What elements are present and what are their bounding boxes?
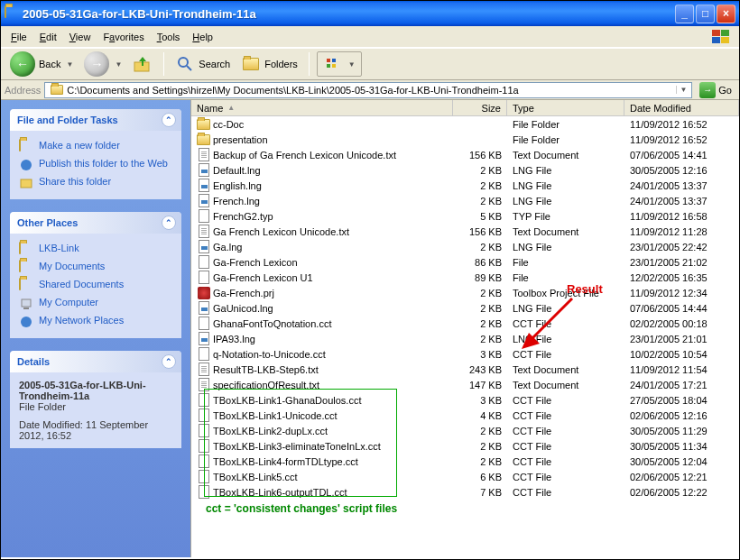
file-type: LNG File — [507, 165, 624, 176]
back-button[interactable]: ← Back ▼ — [6, 50, 77, 78]
file-row[interactable]: TBoxLKB-Link2-dupLx.cct2 KBCCT File30/05… — [191, 423, 739, 438]
file-row[interactable]: presentationFile Folder11/09/2012 16:52 — [191, 132, 739, 147]
task-link[interactable]: Share this folder — [19, 174, 172, 192]
task-label: Publish this folder to the Web — [39, 158, 168, 169]
cct-icon — [197, 409, 210, 422]
column-date[interactable]: Date Modified — [624, 100, 739, 115]
file-row[interactable]: TBoxLKB-Link4-formTDLtype.cct2 KBCCT Fil… — [191, 454, 739, 469]
file-row[interactable]: Ga-French Lexicon86 KBFile23/01/2005 21:… — [191, 254, 739, 270]
file-row[interactable]: Ga-French Lexicon U189 KBFile12/02/2005 … — [191, 270, 739, 285]
chevron-down-icon[interactable]: ▼ — [66, 60, 73, 69]
details-panel: Details ⌃ 2005-05-31Ga-for-LKB-Uni-Trond… — [10, 351, 181, 448]
file-row[interactable]: Ga.lng2 KBLNG File23/01/2005 22:42 — [191, 239, 739, 254]
separator — [163, 52, 164, 76]
chevron-down-icon[interactable]: ▼ — [115, 60, 122, 69]
place-icon — [19, 261, 33, 275]
maximize-button[interactable]: □ — [696, 5, 715, 23]
menu-bar: FileEditViewFavoritesToolsHelp — [1, 26, 739, 48]
menu-help[interactable]: Help — [186, 30, 219, 44]
svg-rect-8 — [332, 59, 336, 62]
panel-title: File and Folder Tasks — [17, 115, 118, 125]
file-date: 02/06/2005 12:21 — [624, 472, 739, 482]
column-name[interactable]: Name▲ — [191, 100, 453, 115]
file-row[interactable]: q-Notation-to-Unicode.cct3 KBCCT File10/… — [191, 346, 739, 362]
place-icon — [19, 315, 33, 329]
svg-point-15 — [21, 317, 32, 327]
place-link[interactable]: My Documents — [19, 259, 172, 277]
menu-view[interactable]: View — [63, 30, 97, 44]
file-row[interactable]: IPA93.lng2 KBLNG File23/01/2005 21:01 — [191, 331, 739, 346]
file-row[interactable]: TBoxLKB-Link1-GhanaDoulos.cct3 KBCCT Fil… — [191, 392, 739, 408]
file-name: Ga-French.prj — [213, 288, 274, 298]
lng-icon — [197, 301, 210, 315]
place-link[interactable]: My Computer — [19, 295, 172, 313]
search-button[interactable]: Search — [171, 52, 234, 76]
file-size: 243 KB — [453, 364, 507, 375]
chevron-up-icon[interactable]: ⌃ — [162, 354, 176, 369]
file-row[interactable]: cc-DocFile Folder11/09/2012 16:52 — [191, 116, 739, 132]
back-label: Back — [39, 59, 60, 69]
address-label: Address — [5, 85, 41, 96]
file-row[interactable]: TBoxLKB-Link3-eliminateToneInLx.cct2 KBC… — [191, 438, 739, 454]
file-row[interactable]: English.lng2 KBLNG File24/01/2005 13:37 — [191, 178, 739, 193]
up-button[interactable] — [129, 52, 156, 76]
minimize-button[interactable]: _ — [675, 5, 694, 23]
menu-favorites[interactable]: Favorites — [97, 30, 150, 44]
file-row[interactable]: FrenchG2.typ5 KBTYP File11/09/2012 16:58 — [191, 208, 739, 224]
file-date: 30/05/2005 11:29 — [624, 426, 739, 436]
column-type[interactable]: Type — [507, 100, 624, 115]
file-row[interactable]: French.lng2 KBLNG File24/01/2005 13:37 — [191, 193, 739, 208]
file-name: GhanaFontToQnotation.cct — [213, 318, 331, 329]
file-type: File Folder — [507, 134, 624, 145]
svg-rect-0 — [712, 30, 720, 36]
file-row[interactable]: Backup of Ga French Lexicon Unicode.txt1… — [191, 147, 739, 162]
file-date: 23/01/2005 21:01 — [624, 334, 739, 344]
file-row[interactable]: TBoxLKB-Link6-outputTDL.cct7 KBCCT File0… — [191, 484, 739, 500]
file-row[interactable]: Default.lng2 KBLNG File30/05/2005 12:16 — [191, 162, 739, 178]
folders-button[interactable]: Folders — [237, 52, 301, 76]
go-button[interactable]: → Go — [696, 82, 735, 98]
close-button[interactable]: × — [717, 5, 735, 23]
menu-tools[interactable]: Tools — [151, 30, 187, 44]
task-link[interactable]: Make a new folder — [19, 138, 172, 156]
menu-file[interactable]: File — [5, 30, 33, 44]
menu-edit[interactable]: Edit — [33, 30, 63, 44]
svg-point-5 — [179, 58, 188, 67]
panel-header[interactable]: Other Places ⌃ — [10, 212, 181, 234]
views-button[interactable]: ▼ — [317, 51, 362, 77]
file-type: LNG File — [507, 242, 624, 252]
file-row[interactable]: GaUnicod.lng2 KBLNG File07/06/2005 14:44 — [191, 300, 739, 316]
place-icon — [19, 297, 33, 311]
svg-rect-13 — [22, 299, 31, 307]
chevron-up-icon[interactable]: ⌃ — [162, 216, 176, 230]
file-row[interactable]: GhanaFontToQnotation.cct2 KBCCT File02/0… — [191, 316, 739, 331]
file-row[interactable]: TBoxLKB-Link5.cct6 KBCCT File02/06/2005 … — [191, 469, 739, 484]
chevron-down-icon[interactable]: ▼ — [348, 60, 356, 69]
task-link[interactable]: Publish this folder to the Web — [19, 156, 172, 174]
file-row[interactable]: Ga French Lexicon Unicode.txt156 KBText … — [191, 224, 739, 239]
file-date: 11/09/2012 11:28 — [624, 226, 739, 237]
txt-icon — [197, 148, 210, 161]
file-row[interactable]: TBoxLKB-Link1-Unicode.cct4 KBCCT File02/… — [191, 408, 739, 423]
file-row[interactable]: ResultTB-LKB-Step6.txt243 KBText Documen… — [191, 362, 739, 377]
file-name: TBoxLKB-Link5.cct — [213, 472, 298, 482]
place-link[interactable]: Shared Documents — [19, 277, 172, 295]
address-field[interactable]: C:\Documents and Settings\hirzel\My Docu… — [44, 82, 692, 98]
file-row[interactable]: specificationOfResult.txt147 KBText Docu… — [191, 377, 739, 392]
panel-header[interactable]: File and Folder Tasks ⌃ — [10, 109, 181, 131]
chevron-down-icon[interactable]: ▼ — [676, 86, 689, 94]
column-size[interactable]: Size — [453, 100, 507, 115]
file-date: 11/09/2012 12:34 — [624, 288, 739, 298]
lng-icon — [197, 240, 210, 253]
txt-icon — [197, 363, 210, 376]
file-row[interactable]: Ga-French.prj2 KBToolbox Project File11/… — [191, 285, 739, 300]
file-name: TBoxLKB-Link3-eliminateToneInLx.cct — [213, 441, 381, 452]
panel-title: Other Places — [17, 217, 78, 228]
place-link[interactable]: LKB-Link — [19, 241, 172, 259]
chevron-up-icon[interactable]: ⌃ — [162, 113, 176, 127]
panel-header[interactable]: Details ⌃ — [10, 351, 181, 372]
main-area: File and Folder Tasks ⌃ Make a new folde… — [1, 100, 739, 557]
place-link[interactable]: My Network Places — [19, 313, 172, 331]
file-size: 89 KB — [453, 272, 507, 283]
forward-button[interactable]: → ▼ — [80, 50, 125, 78]
